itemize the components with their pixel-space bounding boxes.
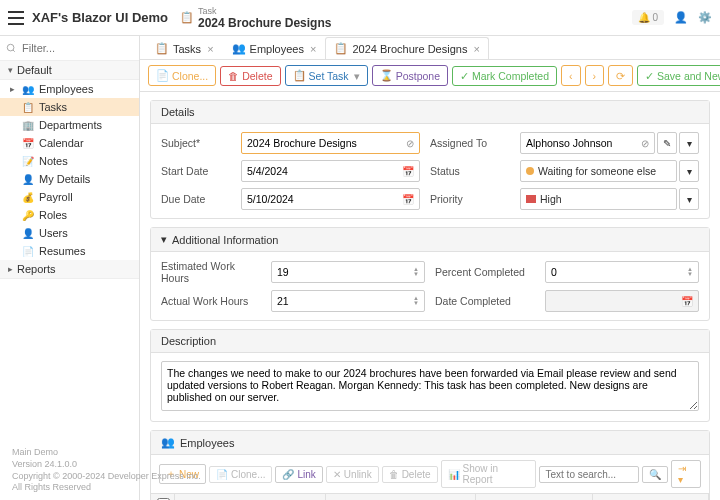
sidebar-item-tasks[interactable]: 📋Tasks [0,98,139,116]
nav-icon: 📅 [22,137,34,149]
nav-icon: 📄 [22,245,34,257]
emp-report-button[interactable]: 📊 Show in Report [441,460,537,488]
emp-search-button[interactable]: 🔍 [642,466,668,483]
percent-input[interactable]: ▲▼ [545,261,699,283]
estwork-input[interactable]: ▲▼ [271,261,425,283]
estwork-label: Estimated Work Hours [161,260,261,284]
emp-unlink-button[interactable]: ✕ Unlink [326,466,379,483]
emp-search-input[interactable] [539,466,639,483]
task-icon: 📋 [180,11,194,25]
notifications-button[interactable]: 🔔 0 [632,10,664,25]
employees-header: 👥 Employees [151,431,709,455]
emp-delete-button[interactable]: 🗑 Delete [382,466,438,483]
tab-employees[interactable]: 👥Employees× [223,37,326,59]
set-task-button[interactable]: 📋 Set Task▾ [285,65,368,86]
assigned-label: Assigned To [430,137,510,149]
edit-assigned-button[interactable]: ✎ [657,132,677,154]
status-dropdown[interactable]: ▾ [679,160,699,182]
close-icon[interactable]: × [207,43,213,55]
sidebar-item-roles[interactable]: 🔑Roles [0,206,139,224]
task-header: Task 2024 Brochure Designs [198,6,632,30]
settings-icon[interactable]: ⚙️ [698,11,712,24]
assigned-input[interactable]: ⊘ [520,132,655,154]
duedate-label: Due Date [161,193,231,205]
next-button[interactable]: › [585,65,605,86]
percent-label: Percent Completed [435,266,535,278]
nav-group-default[interactable]: ▾Default [0,61,139,80]
user-icon[interactable]: 👤 [674,11,688,24]
subject-label: Subject* [161,137,231,149]
col-birthdate[interactable]: Birth Date▼ [476,494,592,500]
actwork-input[interactable]: ▲▼ [271,290,425,312]
priority-label: Priority [430,193,510,205]
sidebar-item-users[interactable]: 👤Users [0,224,139,242]
nav-icon: 📝 [22,155,34,167]
emp-link-button[interactable]: 🔗 Link [275,466,322,483]
sidebar-item-calendar[interactable]: 📅Calendar [0,134,139,152]
sidebar-item-resumes[interactable]: 📄Resumes [0,242,139,260]
tab-icon: 📋 [334,42,348,55]
chevron-down-icon: ▾ [161,233,167,246]
spin-down[interactable]: ▼ [413,301,419,306]
nav-icon: 🏢 [22,119,34,131]
nav-icon: 👤 [22,173,34,185]
close-icon[interactable]: × [473,43,479,55]
startdate-label: Start Date [161,165,231,177]
brand-title: XAF's Blazor UI Demo [32,10,168,25]
tab-icon: 📋 [155,42,169,55]
calendar-icon[interactable]: 📅 [402,194,414,205]
tab-tasks[interactable]: 📋Tasks× [146,37,223,59]
datecomp-label: Date Completed [435,295,535,307]
emp-clone-button[interactable]: 📄 Clone... [209,466,272,483]
clone-button[interactable]: 📄 Clone... [148,65,216,86]
status-label: Status [430,165,510,177]
save-and-new-button[interactable]: ✓ Save and New▾ [637,65,720,86]
col-position[interactable]: Position▼ [593,494,709,500]
description-textarea[interactable] [161,361,699,411]
nav-icon: 🔑 [22,209,34,221]
additional-header[interactable]: ▾Additional Information [151,228,709,252]
duedate-input[interactable]: 📅 [241,188,420,210]
sidebar-item-payroll[interactable]: 💰Payroll [0,188,139,206]
filter-input[interactable] [6,40,133,56]
hamburger-menu[interactable] [8,11,24,25]
refresh-button[interactable]: ⟳ [608,65,633,86]
assigned-dropdown[interactable]: ▾ [679,132,699,154]
tab-2024-brochure-designs[interactable]: 📋2024 Brochure Designs× [325,37,488,59]
subject-input[interactable]: ⊘ [241,132,420,154]
status-input[interactable]: Waiting for someone else [520,160,677,182]
details-header: Details [151,101,709,124]
datecomp-input[interactable]: 📅 [545,290,699,312]
close-icon[interactable]: × [310,43,316,55]
sidebar-item-notes[interactable]: 📝Notes [0,152,139,170]
spin-down[interactable]: ▼ [687,272,693,277]
calendar-icon: 📅 [681,296,693,307]
emp-export-button[interactable]: ⇥ ▾ [671,460,701,488]
calendar-icon[interactable]: 📅 [402,166,414,177]
sidebar-item-departments[interactable]: 🏢Departments [0,116,139,134]
clear-icon[interactable]: ⊘ [406,138,414,149]
nav-group-reports[interactable]: ▸Reports [0,260,139,279]
postpone-button[interactable]: ⌛ Postpone [372,65,448,86]
col-department[interactable]: Department▼ [326,494,477,500]
sidebar-item-my-details[interactable]: 👤My Details [0,170,139,188]
nav-icon: 👥 [22,83,34,95]
nav-icon: 👤 [22,227,34,239]
clear-icon[interactable]: ⊘ [641,138,649,149]
nav-icon: 💰 [22,191,34,203]
delete-button[interactable]: 🗑 Delete [220,66,280,86]
sidebar-item-employees[interactable]: ▸👥Employees [0,80,139,98]
spin-down[interactable]: ▼ [413,272,419,277]
startdate-input[interactable]: 📅 [241,160,420,182]
tab-icon: 👥 [232,42,246,55]
priority-dropdown[interactable]: ▾ [679,188,699,210]
description-header: Description [151,330,709,353]
prev-button[interactable]: ‹ [561,65,581,86]
actwork-label: Actual Work Hours [161,295,261,307]
mark-completed-button[interactable]: ✓ Mark Completed [452,66,557,86]
priority-input[interactable]: High [520,188,677,210]
footer: Main Demo Version 24.1.0.0 Copyright © 2… [2,443,211,498]
nav-icon: 📋 [22,101,34,113]
